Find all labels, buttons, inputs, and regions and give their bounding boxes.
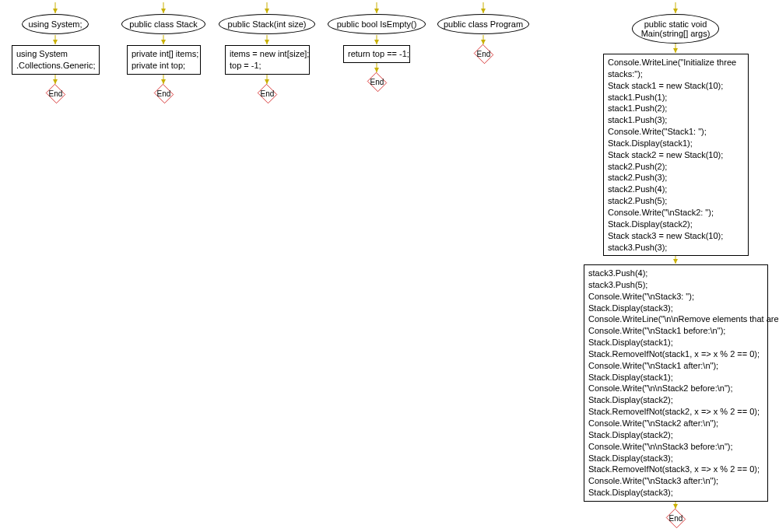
flowchart-canvas: using System; using System .Collections.…: [0, 0, 779, 532]
rect-stack-fields: private int[] items; private int top;: [127, 45, 201, 75]
ellipse-isempty: public bool IsEmpty(): [328, 14, 426, 34]
end-node: End: [257, 85, 278, 103]
ellipse-class-stack: public class Stack: [121, 14, 205, 34]
rect-main-block2: stack3.Push(4); stack3.Push(5); Console.…: [584, 264, 768, 502]
end-node: End: [473, 45, 494, 63]
end-node: End: [153, 85, 174, 103]
rect-stack-ctor-body: items = new int[size]; top = -1;: [225, 45, 310, 75]
end-node: End: [367, 73, 388, 91]
end-node: End: [45, 85, 66, 103]
rect-isempty-body: return top == -1;: [343, 45, 410, 63]
ellipse-stack-ctor: public Stack(int size): [219, 14, 315, 34]
ellipse-main: public static void Main(string[] args): [632, 14, 719, 44]
rect-using-collections: using System .Collections.Generic;: [12, 45, 100, 75]
ellipse-main-line1: public static void: [644, 19, 707, 29]
rect-main-block1: Console.WriteLine("Initialize three stac…: [603, 54, 749, 256]
ellipse-main-line2: Main(string[] args): [641, 29, 711, 38]
end-node: End: [665, 509, 686, 527]
ellipse-using-system: using System;: [22, 14, 89, 34]
ellipse-class-program: public class Program: [437, 14, 529, 34]
